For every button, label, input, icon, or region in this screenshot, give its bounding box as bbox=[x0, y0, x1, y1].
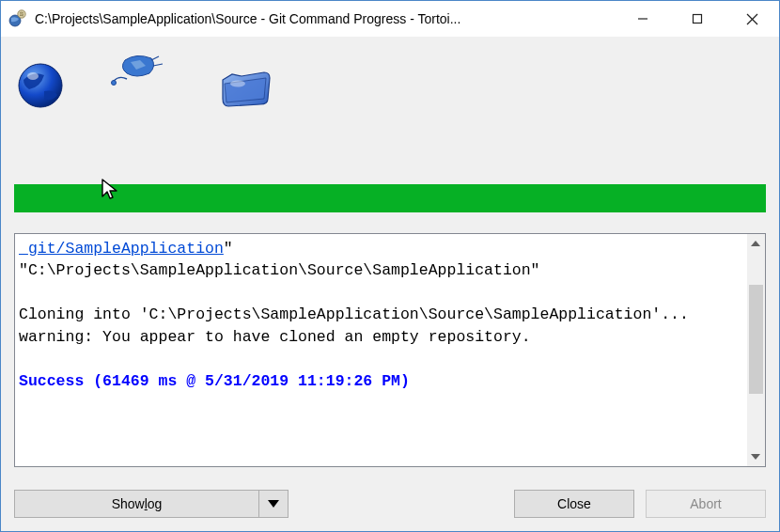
transfer-animation bbox=[14, 48, 766, 142]
abort-button: Abort bbox=[646, 490, 766, 518]
client-area: git/SampleApplication" "C:\Projects\Samp… bbox=[1, 37, 779, 531]
output-line3: Cloning into 'C:\Projects\SampleApplicat… bbox=[19, 305, 689, 323]
show-log-label-post: og bbox=[148, 496, 163, 511]
output-success: Success (61469 ms @ 5/31/2019 11:19:26 P… bbox=[19, 372, 410, 390]
button-row: Show log Close Abort bbox=[14, 490, 766, 518]
flying-papers-icon bbox=[108, 53, 164, 101]
cursor-icon bbox=[101, 178, 119, 205]
svg-point-9 bbox=[230, 81, 245, 87]
minimize-button[interactable] bbox=[616, 1, 670, 37]
app-icon bbox=[8, 9, 27, 28]
output-text[interactable]: git/SampleApplication" "C:\Projects\Samp… bbox=[15, 234, 747, 466]
window-title: C:\Projects\SampleApplication\Source - G… bbox=[35, 11, 616, 26]
maximize-button[interactable] bbox=[670, 1, 725, 37]
show-log-dropdown[interactable] bbox=[259, 491, 288, 517]
show-log-button[interactable]: Show log bbox=[15, 491, 259, 517]
svg-point-7 bbox=[27, 72, 39, 80]
titlebar: C:\Projects\SampleApplication\Source - G… bbox=[1, 1, 779, 37]
window-controls bbox=[616, 1, 779, 37]
show-log-splitbutton: Show log bbox=[14, 490, 289, 518]
svg-rect-3 bbox=[694, 15, 702, 23]
scroll-thumb[interactable] bbox=[749, 285, 763, 394]
globe-icon bbox=[16, 61, 65, 113]
scroll-up-icon[interactable] bbox=[747, 234, 765, 253]
close-dialog-button[interactable]: Close bbox=[514, 490, 634, 518]
progress-bar bbox=[14, 184, 766, 212]
folder-icon bbox=[219, 65, 273, 115]
svg-point-8 bbox=[112, 81, 117, 86]
close-button[interactable] bbox=[725, 1, 779, 37]
output-line4: warning: You appear to have cloned an em… bbox=[19, 328, 531, 346]
scrollbar[interactable] bbox=[747, 234, 765, 466]
scroll-down-icon[interactable] bbox=[747, 447, 765, 466]
show-log-label-pre: Show bbox=[112, 496, 145, 511]
output-panel: git/SampleApplication" "C:\Projects\Samp… bbox=[14, 233, 766, 467]
repo-link[interactable]: git/SampleApplication bbox=[19, 240, 224, 258]
chevron-down-icon bbox=[268, 500, 279, 508]
